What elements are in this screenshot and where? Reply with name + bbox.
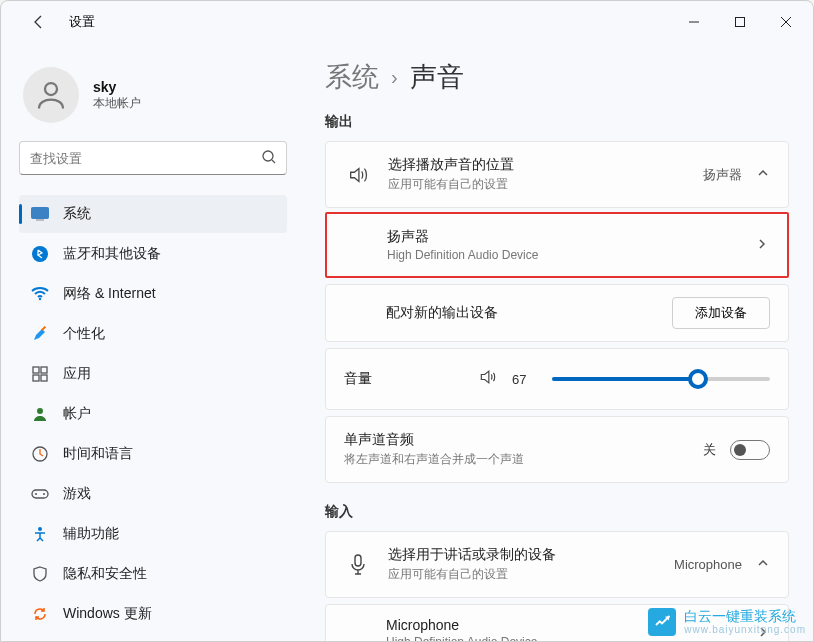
globe-clock-icon [31,445,49,463]
svg-point-17 [35,493,37,495]
pair-title: 配对新的输出设备 [386,304,656,322]
volume-slider[interactable] [552,368,770,390]
mono-toggle[interactable] [730,440,770,460]
close-button[interactable] [763,6,809,38]
minimize-button[interactable] [671,6,717,38]
search-input[interactable] [19,141,287,175]
user-account-type: 本地帐户 [93,95,141,112]
svg-rect-6 [36,220,44,221]
svg-rect-16 [32,490,48,498]
apps-icon [31,365,49,383]
nav-item-gaming[interactable]: 游戏 [19,475,287,513]
user-name: sky [93,79,141,95]
watermark-text: 白云一键重装系统 [684,609,806,624]
mono-state: 关 [703,441,716,459]
maximize-button[interactable] [717,6,763,38]
speaker-device-row[interactable]: 扬声器 High Definition Audio Device [325,212,789,278]
svg-point-2 [45,83,57,95]
output-choose-value: 扬声器 [703,166,742,184]
breadcrumb-current: 声音 [410,59,464,95]
volume-label: 音量 [344,370,464,388]
nav-item-personalization[interactable]: 个性化 [19,315,287,353]
nav-item-accounts[interactable]: 帐户 [19,395,287,433]
person-icon [33,77,69,113]
chevron-up-icon [756,166,770,183]
mono-title: 单声道音频 [344,431,687,449]
user-profile[interactable]: sky 本地帐户 [19,61,287,141]
nav-item-windows-update[interactable]: Windows 更新 [19,595,287,633]
svg-rect-12 [33,375,39,381]
bluetooth-icon [31,245,49,263]
nav-label: 辅助功能 [63,525,119,543]
nav-label: 隐私和安全性 [63,565,147,583]
window-title: 设置 [69,13,95,31]
section-input-label: 输入 [325,503,789,521]
pair-device-row: 配对新的输出设备 添加设备 [325,284,789,342]
nav-item-bluetooth[interactable]: 蓝牙和其他设备 [19,235,287,273]
nav-label: 帐户 [63,405,91,423]
svg-rect-11 [41,367,47,373]
system-icon [31,205,49,223]
svg-rect-20 [355,555,361,566]
volume-card: 音量 67 [325,348,789,410]
breadcrumb-root[interactable]: 系统 [325,59,379,95]
sidebar: sky 本地帐户 系统 蓝牙和其他设备 网络 & Internet 个性化 应用… [1,43,301,641]
add-device-button[interactable]: 添加设备 [672,297,770,329]
nav-label: 蓝牙和其他设备 [63,245,161,263]
svg-point-14 [37,408,43,414]
main-content: 系统 › 声音 输出 选择播放声音的位置 应用可能有自己的设置 扬声器 [301,43,813,641]
input-device-card[interactable]: 选择用于讲话或录制的设备 应用可能有自己的设置 Microphone [325,531,789,598]
back-button[interactable] [29,12,49,32]
update-icon [31,605,49,623]
svg-rect-13 [41,375,47,381]
microphone-icon [344,554,372,576]
svg-point-3 [263,151,273,161]
input-choose-value: Microphone [674,557,742,572]
nav-label: 游戏 [63,485,91,503]
nav-label: 个性化 [63,325,105,343]
chevron-right-icon [755,237,769,254]
output-choose-sub: 应用可能有自己的设置 [388,176,687,193]
svg-point-8 [39,298,41,300]
nav-item-accessibility[interactable]: 辅助功能 [19,515,287,553]
output-device-card[interactable]: 选择播放声音的位置 应用可能有自己的设置 扬声器 [325,141,789,208]
watermark-logo-icon [648,608,676,636]
nav-item-network[interactable]: 网络 & Internet [19,275,287,313]
nav-label: 系统 [63,205,91,223]
nav-label: 时间和语言 [63,445,133,463]
gamepad-icon [31,485,49,503]
brush-icon [31,325,49,343]
svg-line-4 [272,160,275,163]
nav-item-time-language[interactable]: 时间和语言 [19,435,287,473]
speaker-icon [344,164,372,186]
nav-item-system[interactable]: 系统 [19,195,287,233]
volume-value: 67 [512,372,538,387]
search-box[interactable] [19,141,287,175]
wifi-icon [31,285,49,303]
close-icon [780,16,792,28]
chevron-right-icon: › [391,66,398,89]
svg-point-19 [38,527,42,531]
mono-audio-card[interactable]: 单声道音频 将左声道和右声道合并成一个声道 关 [325,416,789,483]
nav-item-apps[interactable]: 应用 [19,355,287,393]
maximize-icon [734,16,746,28]
mono-sub: 将左声道和右声道合并成一个声道 [344,451,687,468]
nav-item-privacy[interactable]: 隐私和安全性 [19,555,287,593]
svg-rect-9 [41,326,46,331]
arrow-left-icon [31,14,47,30]
nav-label: 网络 & Internet [63,285,156,303]
minimize-icon [688,16,700,28]
svg-rect-10 [33,367,39,373]
volume-icon[interactable] [478,367,498,391]
svg-rect-5 [32,208,49,219]
nav-label: 应用 [63,365,91,383]
avatar [23,67,79,123]
breadcrumb: 系统 › 声音 [325,59,789,95]
speaker-sub: High Definition Audio Device [387,248,739,262]
output-choose-title: 选择播放声音的位置 [388,156,687,174]
shield-icon [31,565,49,583]
section-output-label: 输出 [325,113,789,131]
search-icon [261,149,277,169]
watermark-url: www.baiyunxitong.com [684,624,806,635]
speaker-title: 扬声器 [387,228,739,246]
